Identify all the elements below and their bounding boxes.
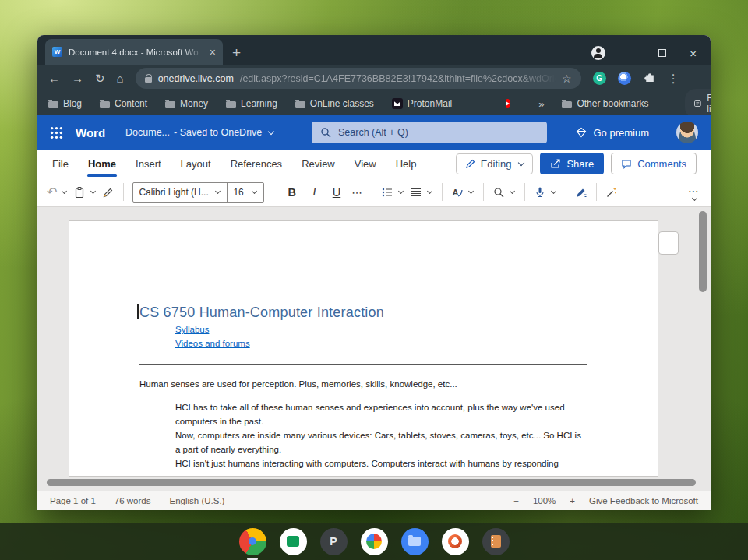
reading-list-button[interactable]: Reading list <box>685 89 711 118</box>
tab-close-icon[interactable]: × <box>210 46 216 58</box>
document-canvas[interactable]: CS 6750 Human-Computer Interaction Sylla… <box>37 207 711 491</box>
tab-file[interactable]: File <box>51 150 69 178</box>
bold-button[interactable]: B <box>282 185 301 200</box>
horizontal-scrollbar[interactable] <box>47 479 696 486</box>
other-bookmarks-label: Other bookmarks <box>577 98 648 109</box>
ribbon-overflow[interactable]: ⋯ <box>688 185 701 200</box>
photos-app-icon[interactable] <box>361 528 388 555</box>
blue-extension-icon[interactable] <box>618 72 631 85</box>
bookmark-folder-online-classes[interactable]: OnLine classes <box>295 98 374 109</box>
browser-menu-icon[interactable]: ⋮ <box>668 72 679 86</box>
undo-dropdown[interactable]: ↶ <box>47 186 68 199</box>
editing-label: Editing <box>481 158 512 170</box>
document-page[interactable]: CS 6750 Human-Computer Interaction Sylla… <box>69 220 658 477</box>
font-name-combobox[interactable]: Calibri Light (H... <box>133 183 227 202</box>
account-avatar[interactable] <box>676 122 698 143</box>
bookmarks-overflow-icon[interactable]: » <box>538 98 544 110</box>
tab-review[interactable]: Review <box>301 150 336 178</box>
dictate-dropdown[interactable] <box>534 186 557 199</box>
tab-insert[interactable]: Insert <box>135 150 162 178</box>
language-status[interactable]: English (U.S.) <box>170 496 225 505</box>
tab-home[interactable]: Home <box>87 150 117 178</box>
align-dropdown[interactable] <box>410 186 433 199</box>
share-button[interactable]: Share <box>540 153 604 174</box>
url-path: /edit.aspx?resid=C1A4FE7736BB82E3!17942&… <box>240 73 556 84</box>
profile-avatar-icon[interactable] <box>591 46 605 60</box>
bookmark-folder-content[interactable]: Content <box>100 98 147 109</box>
hyperlink-syllabus[interactable]: Syllabus <box>175 322 587 336</box>
new-tab-button[interactable]: + <box>232 45 241 60</box>
format-painter-button[interactable] <box>102 186 115 199</box>
save-status: - Saved to OneDrive <box>174 127 262 138</box>
p-app-icon[interactable]: P <box>320 528 348 555</box>
paste-dropdown[interactable] <box>73 186 97 199</box>
back-icon[interactable]: ← <box>48 72 60 84</box>
go-premium-button[interactable]: Go premium <box>575 126 649 139</box>
reload-icon[interactable]: ↻ <box>95 72 105 84</box>
minimize-button[interactable]: – <box>629 48 635 59</box>
reading-list-icon <box>693 98 702 109</box>
bullets-dropdown[interactable] <box>381 186 404 199</box>
search-input[interactable]: Search (Alt + Q) <box>312 122 547 143</box>
chevron-down-icon <box>398 188 404 194</box>
font-more-button[interactable]: ⋯ <box>351 186 363 199</box>
zoom-in-button[interactable]: + <box>570 496 575 505</box>
lock-icon <box>145 77 152 83</box>
notebook-glyph <box>491 535 501 548</box>
other-bookmarks[interactable]: Other bookmarks <box>562 98 648 109</box>
files-app-icon[interactable] <box>401 528 429 555</box>
home-icon[interactable]: ⌂ <box>117 72 124 84</box>
notebook-app-icon[interactable] <box>482 528 510 555</box>
hyperlink-videos-forums[interactable]: Videos and forums <box>175 336 587 350</box>
app-launcher-icon[interactable] <box>50 126 63 139</box>
document-name[interactable]: Docume... - Saved to OneDrive <box>125 127 273 138</box>
zoom-level[interactable]: 100% <box>533 496 556 505</box>
bookmark-folder-money[interactable]: Money <box>165 98 208 109</box>
divider <box>483 183 484 201</box>
maximize-button[interactable] <box>658 49 666 57</box>
chrome-app-icon[interactable] <box>239 528 266 555</box>
tab-help[interactable]: Help <box>395 150 418 178</box>
comments-button[interactable]: Comments <box>611 153 697 174</box>
word-count[interactable]: 76 words <box>115 496 151 505</box>
page-count[interactable]: Page 1 of 1 <box>50 496 96 505</box>
bookmark-folder-blog[interactable]: Blog <box>48 98 82 109</box>
undo-icon: ↶ <box>47 186 57 199</box>
office-app-icon[interactable] <box>442 528 469 555</box>
forward-icon[interactable]: → <box>72 72 83 84</box>
chat-app-icon[interactable] <box>280 528 307 555</box>
vertical-scrollbar[interactable] <box>699 211 707 292</box>
designer-button[interactable] <box>605 186 618 199</box>
status-bar-right: − 100% + Give Feedback to Microsoft <box>513 496 698 505</box>
zoom-out-button[interactable]: − <box>513 496 519 505</box>
find-dropdown[interactable] <box>492 186 516 199</box>
styles-dropdown[interactable]: A <box>451 186 475 199</box>
chevron-down-icon <box>62 188 67 194</box>
font-name-value: Calibri Light (H... <box>139 187 208 198</box>
tab-references[interactable]: References <box>230 150 283 178</box>
bookmark-folder-learning[interactable]: Learning <box>226 98 277 109</box>
font-size-combobox[interactable]: 16 <box>227 183 263 202</box>
chevron-down-icon <box>427 188 432 194</box>
folder-icon <box>562 101 572 108</box>
bookmark-youtube-icon[interactable] <box>506 99 510 108</box>
feedback-link[interactable]: Give Feedback to Microsoft <box>589 496 698 505</box>
divider <box>524 183 525 201</box>
bookmark-protonmail[interactable]: ProtonMail <box>392 98 452 109</box>
underline-button[interactable]: U <box>327 185 346 200</box>
editing-mode-dropdown[interactable]: Editing <box>456 153 534 174</box>
word-brand[interactable]: Word <box>76 126 105 139</box>
italic-button[interactable]: I <box>307 184 322 200</box>
tab-view[interactable]: View <box>354 150 377 178</box>
grammarly-extension-icon[interactable]: G <box>593 72 606 85</box>
bookmark-star-icon[interactable]: ☆ <box>562 72 572 85</box>
close-button[interactable]: × <box>690 48 697 59</box>
address-bar[interactable]: onedrive.live.com /edit.aspx?resid=C1A4F… <box>136 68 581 89</box>
tab-layout[interactable]: Layout <box>180 150 212 178</box>
comment-margin-tab[interactable] <box>658 231 679 255</box>
paragraph: Human senses are used for perception. Pl… <box>139 377 587 391</box>
editor-button[interactable] <box>575 186 587 199</box>
browser-tab[interactable]: W Document 4.docx - Microsoft Wo × <box>45 39 223 65</box>
browser-toolbar: ← → ↻ ⌂ onedrive.live.com /edit.aspx?res… <box>37 65 711 92</box>
extensions-puzzle-icon[interactable] <box>643 70 656 86</box>
